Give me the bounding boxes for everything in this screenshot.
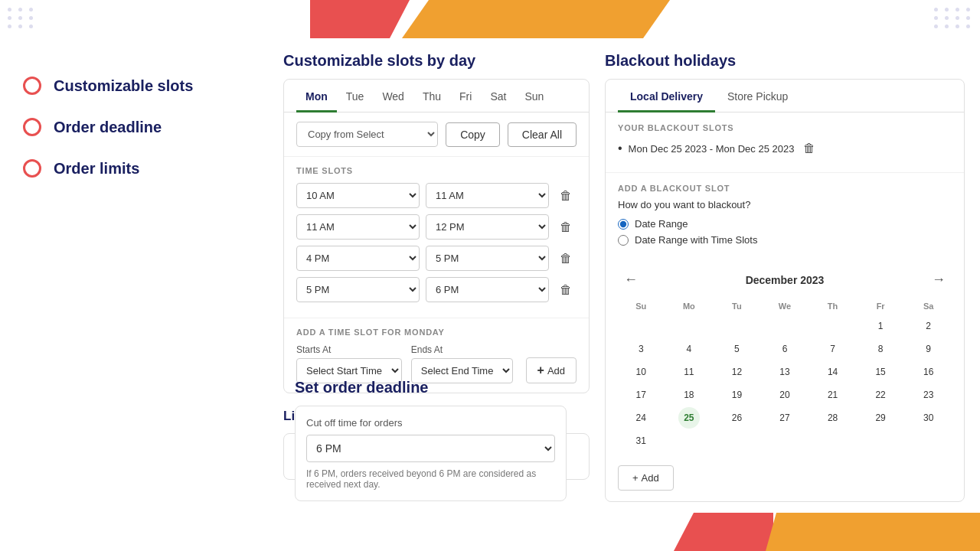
- tab-local-delivery[interactable]: Local Delivery: [618, 80, 715, 112]
- cal-header-su: Su: [618, 298, 665, 314]
- cal-cell-5[interactable]: 5: [726, 338, 747, 360]
- radio-date-range-time-slots-row: Date Range with Time Slots: [618, 234, 952, 246]
- plus-icon: +: [537, 364, 544, 377]
- cal-cell-27[interactable]: 27: [774, 407, 795, 429]
- cal-cell-24[interactable]: 24: [630, 407, 652, 429]
- slot-text-0: Mon Dec 25 2023 - Mon Dec 25 2023: [629, 143, 795, 155]
- delete-slot-2[interactable]: 🗑: [555, 248, 577, 269]
- radio-date-range[interactable]: [618, 219, 629, 230]
- blackout-tabs: Local Delivery Store Pickup: [606, 80, 964, 112]
- cal-cell-19[interactable]: 19: [726, 384, 747, 406]
- copy-row: Copy from Select Copy Clear All: [284, 112, 589, 157]
- cal-cell-30[interactable]: 30: [918, 407, 939, 429]
- cal-cell-1[interactable]: 1: [870, 315, 891, 337]
- tab-sun[interactable]: Sun: [515, 80, 553, 112]
- radio-date-range-row: Date Range: [618, 218, 952, 230]
- cal-cell-7[interactable]: 7: [822, 338, 844, 360]
- time-slot-end-0[interactable]: 11 AM: [426, 183, 549, 208]
- calendar-section: ← December 2023 → Su Mo Tu We Th Fr Sa: [606, 261, 964, 459]
- cal-cell-28[interactable]: 28: [822, 407, 844, 429]
- cal-cell-4[interactable]: 4: [678, 338, 700, 360]
- cal-cell-empty-6: [678, 430, 700, 452]
- calendar-grid: Su Mo Tu We Th Fr Sa 1 2 3: [618, 298, 952, 452]
- add-blackout-button[interactable]: + Add: [618, 465, 674, 491]
- tab-store-pickup[interactable]: Store Pickup: [715, 80, 800, 112]
- sidebar-item-customizable-slots[interactable]: Customizable slots: [23, 77, 237, 95]
- time-slot-row-3: 5 PM 6 PM 🗑: [296, 277, 577, 302]
- tab-wed[interactable]: Wed: [373, 80, 413, 112]
- copy-from-select[interactable]: Copy from Select: [296, 122, 438, 147]
- cal-header-th: Th: [809, 298, 856, 314]
- cal-header-we: We: [762, 298, 808, 314]
- starts-at-field: Starts At Select Start Time: [296, 344, 405, 383]
- time-slot-row-2: 4 PM 5 PM 🗑: [296, 246, 577, 271]
- cal-cell-empty-3: [726, 315, 747, 337]
- blackout-slot-entry-0: • Mon Dec 25 2023 - Mon Dec 25 2023 🗑: [618, 140, 952, 157]
- delete-blackout-slot-0[interactable]: 🗑: [800, 140, 818, 157]
- cal-cell-9[interactable]: 9: [918, 338, 939, 360]
- cal-cell-11[interactable]: 11: [678, 361, 700, 383]
- time-slot-start-1[interactable]: 11 AM: [296, 214, 420, 240]
- sidebar-item-order-limits[interactable]: Order limits: [23, 159, 237, 178]
- cal-header-mo: Mo: [666, 298, 713, 314]
- decorative-dots-tr: [934, 8, 972, 28]
- cal-cell-17[interactable]: 17: [630, 384, 652, 406]
- add-slot-title: ADD A TIME SLOT FOR MONDAY: [296, 328, 577, 337]
- blackout-content: YOUR BLACKOUT SLOTS • Mon Dec 25 2023 - …: [606, 112, 964, 172]
- delete-slot-0[interactable]: 🗑: [555, 185, 577, 207]
- cal-cell-3[interactable]: 3: [630, 338, 652, 360]
- deadline-title: Set order deadline: [295, 379, 567, 396]
- time-slot-start-3[interactable]: 5 PM: [296, 277, 420, 302]
- cal-cell-31[interactable]: 31: [630, 430, 652, 452]
- cal-cell-15[interactable]: 15: [870, 361, 891, 383]
- cal-cell-22[interactable]: 22: [870, 384, 891, 406]
- cal-prev-button[interactable]: ←: [618, 269, 644, 291]
- cal-cell-empty-5: [822, 315, 844, 337]
- time-slot-end-1[interactable]: 12 PM: [426, 214, 549, 240]
- tab-thu[interactable]: Thu: [413, 80, 450, 112]
- ends-at-field: Ends At Select End Time: [411, 344, 520, 383]
- cal-cell-18[interactable]: 18: [678, 384, 700, 406]
- slots-panel-card: Mon Tue Wed Thu Fri Sat Sun Copy from Se…: [283, 79, 590, 393]
- cutoff-select[interactable]: 6 PM: [306, 435, 555, 462]
- delete-slot-3[interactable]: 🗑: [555, 279, 577, 301]
- cal-cell-empty-1: [630, 315, 652, 337]
- radio-date-range-time-slots[interactable]: [618, 235, 629, 246]
- cal-cell-12[interactable]: 12: [726, 361, 747, 383]
- tab-sat[interactable]: Sat: [481, 80, 515, 112]
- tab-tue[interactable]: Tue: [337, 80, 374, 112]
- cal-cell-20[interactable]: 20: [774, 384, 795, 406]
- clear-all-button[interactable]: Clear All: [508, 122, 577, 147]
- time-slot-end-2[interactable]: 5 PM: [426, 246, 549, 271]
- sidebar-circle-1: [23, 77, 41, 95]
- cal-next-button[interactable]: →: [926, 269, 952, 291]
- cal-cell-2[interactable]: 2: [918, 315, 939, 337]
- blackout-panel: Blackout holidays Local Delivery Store P…: [605, 52, 965, 505]
- cal-cell-10[interactable]: 10: [630, 361, 652, 383]
- decorative-dots-tl: [8, 8, 35, 28]
- cal-cell-16[interactable]: 16: [918, 361, 939, 383]
- cal-cell-23[interactable]: 23: [918, 384, 939, 406]
- cal-cell-29[interactable]: 29: [870, 407, 891, 429]
- sidebar-item-order-deadline[interactable]: Order deadline: [23, 118, 237, 136]
- cal-cell-25[interactable]: 25: [678, 407, 700, 429]
- time-slot-start-0[interactable]: 10 AM: [296, 183, 420, 208]
- delete-slot-1[interactable]: 🗑: [555, 217, 577, 238]
- cal-cell-6[interactable]: 6: [774, 338, 795, 360]
- cal-cell-8[interactable]: 8: [870, 338, 891, 360]
- time-slot-start-2[interactable]: 4 PM: [296, 246, 420, 271]
- cal-cell-21[interactable]: 21: [822, 384, 844, 406]
- plus-icon-blackout: +: [632, 472, 639, 484]
- copy-button[interactable]: Copy: [446, 122, 500, 147]
- cal-header-tu: Tu: [714, 298, 760, 314]
- time-slot-end-3[interactable]: 6 PM: [426, 277, 549, 302]
- cal-cell-26[interactable]: 26: [726, 407, 747, 429]
- sidebar: Customizable slots Order deadline Order …: [23, 77, 237, 201]
- add-slot-row: Starts At Select Start Time Ends At Sele…: [296, 344, 577, 383]
- cal-cell-14[interactable]: 14: [822, 361, 844, 383]
- tab-fri[interactable]: Fri: [450, 80, 481, 112]
- tab-mon[interactable]: Mon: [296, 80, 337, 112]
- sidebar-label-customizable-slots: Customizable slots: [54, 77, 193, 95]
- cal-cell-13[interactable]: 13: [774, 361, 795, 383]
- cutoff-label: Cut off time for orders: [306, 417, 555, 429]
